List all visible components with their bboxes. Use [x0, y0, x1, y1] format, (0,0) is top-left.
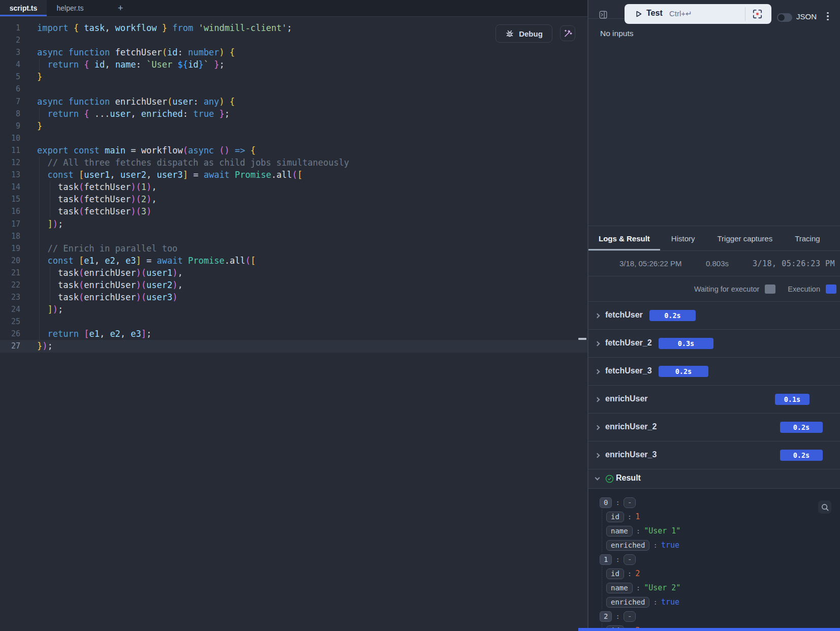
scrollbar-cursor-marker[interactable] [578, 338, 586, 340]
timeline-row-enrichUser[interactable]: enrichUser0.1s [588, 386, 840, 414]
code-editor[interactable]: 1import { task, workflow } from 'windmil… [0, 17, 587, 631]
job-name: fetchUser_3 [605, 366, 652, 375]
chevron-right-icon [595, 397, 600, 402]
result-index-row: 0:- [588, 495, 840, 510]
test-button[interactable]: Test [646, 9, 663, 18]
scan-focus-button[interactable] [752, 8, 763, 20]
code-line: 10 [0, 132, 587, 144]
code-line-content: return { id, name: `User ${id}` }; [37, 58, 225, 71]
json-toggle[interactable] [777, 13, 792, 22]
line-number: 24 [0, 303, 20, 316]
collapse-toggle[interactable]: - [624, 611, 636, 622]
editor-tab-script.ts[interactable]: script.ts [0, 0, 47, 16]
code-line: 22 task(enrichUser)(user2), [0, 279, 587, 291]
timeline-row-fetchUser_3[interactable]: fetchUser_30.2s [588, 358, 840, 386]
tab-trigger-captures[interactable]: Trigger captures [706, 226, 784, 250]
line-number: 6 [0, 83, 20, 95]
collapse-toggle[interactable]: - [624, 497, 636, 508]
result-object-fields: id:2name:"User 2"enriched:true [602, 566, 840, 609]
code-line-content: return [e1, e2, e3]; [37, 328, 151, 340]
result-index-row: 2:- [588, 609, 840, 623]
line-number: 22 [0, 279, 20, 291]
code-line: 12 // All three fetches dispatch as chil… [0, 156, 587, 169]
play-icon [635, 10, 642, 18]
run-duration: 0.803s [706, 259, 729, 268]
debug-button[interactable]: Debug [495, 24, 552, 43]
run-started-timestamp: 3/18, 05:26:22 PM [619, 259, 682, 268]
line-number: 7 [0, 96, 20, 108]
line-number: 14 [0, 181, 20, 193]
result-object-fields: id:1name:"User 1"enriched:true [602, 510, 840, 552]
key-badge: id [606, 569, 624, 579]
timeline-legend: Waiting for executorExecution [588, 276, 840, 302]
line-number: 20 [0, 255, 20, 267]
line-number: 17 [0, 218, 20, 230]
chevron-right-icon [595, 453, 600, 458]
line-number: 4 [0, 58, 20, 71]
field-value: 2 [635, 569, 640, 578]
code-line-content: ]); [37, 218, 63, 230]
windmill-script-editor: script.tshelper.ts + 1import { task, wor… [0, 0, 840, 631]
search-result-button[interactable] [818, 500, 831, 514]
execution-bar: 0.1s [775, 394, 810, 405]
field-value: 1 [635, 512, 640, 521]
job-name: fetchUser_2 [605, 338, 652, 348]
magic-wand-icon [563, 28, 573, 38]
legend-swatch [826, 285, 836, 294]
new-tab-button[interactable]: + [115, 0, 126, 17]
code-line-content: const [user1, user2, user3] = await Prom… [37, 169, 302, 181]
chevron-down-icon [595, 476, 600, 481]
line-number: 10 [0, 132, 20, 144]
tab-logs-result[interactable]: Logs & Result [588, 226, 660, 250]
collapse-toggle[interactable]: - [624, 554, 636, 565]
result-field-row: id:2 [606, 566, 840, 581]
pill-separator [745, 7, 745, 21]
editor-tab-label: script.ts [10, 4, 37, 12]
logs-section: Logs & ResultHistoryTrigger capturesTrac… [588, 226, 840, 631]
code-line-content: task(enrichUser)(user3) [37, 291, 177, 303]
code-line-content: }); [37, 340, 53, 352]
code-line-content: return { ...user, enriched: true }; [37, 108, 230, 120]
code-lines: 1import { task, workflow } from 'windmil… [0, 22, 587, 353]
bug-icon [505, 29, 514, 38]
run-panel: Test Ctrl+↵ JSON [588, 0, 840, 631]
result-header-row[interactable]: Result [588, 469, 840, 489]
tab-tracing[interactable]: Tracing [784, 226, 831, 250]
field-value: true [661, 541, 679, 550]
execution-bar: 0.2s [649, 310, 696, 321]
line-number: 1 [0, 22, 20, 34]
code-editor-pane: script.tshelper.ts + 1import { task, wor… [0, 0, 588, 631]
ai-assistant-button[interactable] [560, 25, 575, 41]
timeline-row-fetchUser_2[interactable]: fetchUser_20.3s [588, 330, 840, 358]
code-line: 3async function fetchUser(id: number) { [0, 46, 587, 58]
key-badge: enriched [606, 540, 649, 551]
execution-bar: 0.2s [659, 366, 708, 377]
tab-label: Trigger captures [718, 234, 773, 243]
panel-top-bar: Test Ctrl+↵ JSON [588, 0, 840, 24]
chevron-right-icon [595, 341, 600, 346]
code-line-content: async function enrichUser(user: any) { [37, 96, 235, 108]
line-number: 9 [0, 120, 20, 132]
collapse-panel-icon[interactable] [599, 11, 607, 19]
tab-label: History [671, 234, 695, 243]
timeline-row-enrichUser_2[interactable]: enrichUser_20.2s [588, 414, 840, 441]
code-line-content: task(enrichUser)(user1), [37, 267, 183, 279]
panel-accent-bar [578, 628, 840, 631]
result-field-row: name:"User 1" [606, 524, 840, 538]
success-check-icon [605, 475, 614, 483]
key-badge: name [606, 583, 633, 593]
execution-bar: 0.3s [659, 338, 713, 349]
tab-history[interactable]: History [660, 226, 706, 250]
code-line: 13 const [user1, user2, user3] = await P… [0, 169, 587, 181]
more-options-menu[interactable] [824, 11, 831, 21]
editor-tab-helper.ts[interactable]: helper.ts [47, 0, 94, 16]
result-field-row: id:1 [606, 510, 840, 524]
timeline-row-enrichUser_3[interactable]: enrichUser_30.2s [588, 441, 840, 469]
key-badge: id [606, 512, 624, 522]
line-number: 18 [0, 230, 20, 242]
chevron-right-icon [595, 369, 600, 374]
line-number: 27 [0, 340, 20, 352]
code-line: 27}); [0, 340, 587, 352]
timeline-row-fetchUser[interactable]: fetchUser0.2s [588, 302, 840, 330]
job-name: enrichUser_2 [605, 422, 657, 431]
